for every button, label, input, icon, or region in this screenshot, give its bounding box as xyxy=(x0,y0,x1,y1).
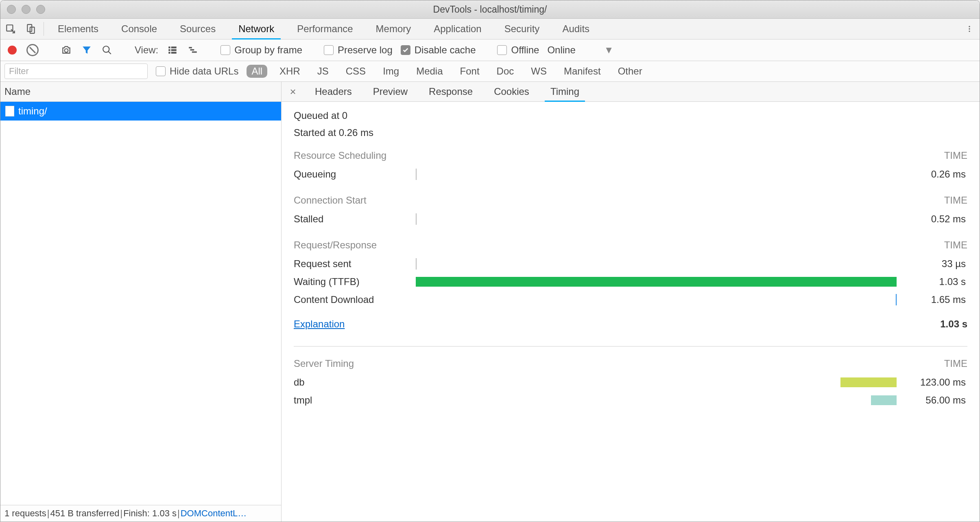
svg-point-5 xyxy=(969,31,970,32)
devtools-panel-tabs: ElementsConsoleSourcesNetworkPerformance… xyxy=(0,19,980,39)
detail-tab-preview[interactable]: Preview xyxy=(362,82,418,101)
disable-cache-checkbox[interactable]: Disable cache xyxy=(401,44,476,56)
explanation-link[interactable]: Explanation xyxy=(294,318,345,330)
hide-data-urls-label: Hide data URLs xyxy=(170,66,238,77)
tab-network[interactable]: Network xyxy=(227,19,286,39)
svg-rect-10 xyxy=(169,49,170,51)
search-icon[interactable] xyxy=(101,44,113,56)
tab-security[interactable]: Security xyxy=(493,19,551,39)
group-by-frame-label: Group by frame xyxy=(234,44,302,56)
minimize-window-icon[interactable] xyxy=(22,5,31,14)
hide-data-urls-checkbox[interactable]: Hide data URLs xyxy=(156,66,238,77)
network-filter-bar: Hide data URLs AllXHRJSCSSImgMediaFontDo… xyxy=(0,61,980,82)
network-content: Name timing/ 1 requests | 451 B transfer… xyxy=(0,82,980,522)
clear-button[interactable] xyxy=(26,44,39,56)
timing-row: Queueing0.26 ms xyxy=(294,165,967,183)
filter-type-manifest[interactable]: Manifest xyxy=(559,65,606,78)
status-finish: Finish: 1.03 s xyxy=(123,508,177,519)
timing-row-bar xyxy=(416,277,897,287)
preserve-log-label: Preserve log xyxy=(338,44,393,56)
timing-row-label: db xyxy=(294,377,416,388)
inspect-element-icon[interactable] xyxy=(0,19,21,39)
timing-section: Resource SchedulingTIMEQueueing0.26 ms xyxy=(294,150,967,183)
network-status-bar: 1 requests | 451 B transferred | Finish:… xyxy=(0,505,281,522)
request-name: timing/ xyxy=(18,105,47,117)
timing-row: Waiting (TTFB)1.03 s xyxy=(294,273,967,291)
screenshot-icon[interactable] xyxy=(60,44,72,56)
record-button[interactable] xyxy=(6,44,18,56)
svg-rect-15 xyxy=(190,49,194,50)
window-controls xyxy=(7,5,45,14)
timing-summary: Queued at 0 Started at 0.26 ms xyxy=(294,110,967,138)
close-window-icon[interactable] xyxy=(7,5,16,14)
filter-type-media[interactable]: Media xyxy=(411,65,447,78)
document-icon xyxy=(5,106,14,116)
device-toolbar-icon[interactable] xyxy=(21,19,41,39)
timing-section-title: Connection Start xyxy=(294,195,367,206)
timing-row-value: 1.65 ms xyxy=(897,294,967,305)
window-titlebar: DevTools - localhost/timing/ xyxy=(0,0,980,19)
waterfall-view-icon[interactable] xyxy=(187,44,199,56)
tab-sources[interactable]: Sources xyxy=(168,19,227,39)
time-column-label: TIME xyxy=(944,195,967,206)
timing-row-label: Queueing xyxy=(294,169,416,180)
filter-type-js[interactable]: JS xyxy=(312,65,334,78)
filter-type-img[interactable]: Img xyxy=(378,65,404,78)
preserve-log-checkbox[interactable]: Preserve log xyxy=(324,44,393,56)
column-header-name[interactable]: Name xyxy=(0,82,281,102)
request-detail-panel: × HeadersPreviewResponseCookiesTiming Qu… xyxy=(282,82,980,522)
detail-tab-response[interactable]: Response xyxy=(418,82,483,101)
detail-tab-timing[interactable]: Timing xyxy=(540,82,590,101)
timing-row-value: 33 µs xyxy=(897,258,967,270)
timing-row-label: Waiting (TTFB) xyxy=(294,276,416,287)
filter-input[interactable] xyxy=(4,64,148,79)
filter-type-css[interactable]: CSS xyxy=(341,65,371,78)
detail-tab-cookies[interactable]: Cookies xyxy=(483,82,540,101)
time-column-label: TIME xyxy=(944,358,967,369)
tab-performance[interactable]: Performance xyxy=(286,19,364,39)
filter-type-ws[interactable]: WS xyxy=(526,65,552,78)
timing-row-value: 56.00 ms xyxy=(897,395,967,406)
throttling-select[interactable]: Online ▼ xyxy=(547,44,613,56)
timing-row-value: 1.03 s xyxy=(897,276,967,287)
filter-type-xhr[interactable]: XHR xyxy=(275,65,305,78)
timing-row-label: Request sent xyxy=(294,258,416,270)
separator xyxy=(44,22,44,36)
tab-application[interactable]: Application xyxy=(422,19,493,39)
timing-section: Connection StartTIMEStalled0.52 ms xyxy=(294,195,967,228)
svg-point-3 xyxy=(969,26,970,27)
tab-console[interactable]: Console xyxy=(110,19,168,39)
server-timing-section: Server Timing TIME db123.00 mstmpl56.00 … xyxy=(294,358,967,409)
timing-row-bar xyxy=(416,377,897,387)
timing-section: Request/ResponseTIMERequest sent33 µsWai… xyxy=(294,239,967,309)
time-column-label: TIME xyxy=(944,150,967,161)
filter-type-font[interactable]: Font xyxy=(455,65,485,78)
more-options-icon[interactable] xyxy=(959,19,980,39)
tab-memory[interactable]: Memory xyxy=(364,19,423,39)
timing-panel: Queued at 0 Started at 0.26 ms Resource … xyxy=(282,102,980,522)
timing-row: tmpl56.00 ms xyxy=(294,391,967,409)
request-list: timing/ xyxy=(0,102,281,505)
detail-tabs: × HeadersPreviewResponseCookiesTiming xyxy=(282,82,980,102)
offline-checkbox[interactable]: Offline xyxy=(497,44,539,56)
zoom-window-icon[interactable] xyxy=(36,5,45,14)
detail-tab-headers[interactable]: Headers xyxy=(304,82,362,101)
large-rows-icon[interactable] xyxy=(166,44,179,56)
request-row[interactable]: timing/ xyxy=(0,102,281,121)
timing-total: 1.03 s xyxy=(940,318,967,330)
close-detail-icon[interactable]: × xyxy=(282,82,304,101)
filter-toggle-icon[interactable] xyxy=(81,44,93,56)
status-domcontentloaded: DOMContentL… xyxy=(181,508,247,519)
filter-type-other[interactable]: Other xyxy=(613,65,647,78)
network-toolbar: View: Group by frame Preserve log Disabl… xyxy=(0,39,980,61)
timing-row-value: 0.26 ms xyxy=(897,169,967,180)
group-by-frame-checkbox[interactable]: Group by frame xyxy=(220,44,302,56)
timing-row-value: 123.00 ms xyxy=(897,377,967,388)
svg-rect-9 xyxy=(171,46,177,48)
tab-elements[interactable]: Elements xyxy=(46,19,110,39)
tab-audits[interactable]: Audits xyxy=(551,19,601,39)
filter-type-doc[interactable]: Doc xyxy=(492,65,519,78)
server-timing-title: Server Timing xyxy=(294,358,354,369)
filter-type-all[interactable]: All xyxy=(247,65,267,78)
request-list-panel: Name timing/ 1 requests | 451 B transfer… xyxy=(0,82,282,522)
